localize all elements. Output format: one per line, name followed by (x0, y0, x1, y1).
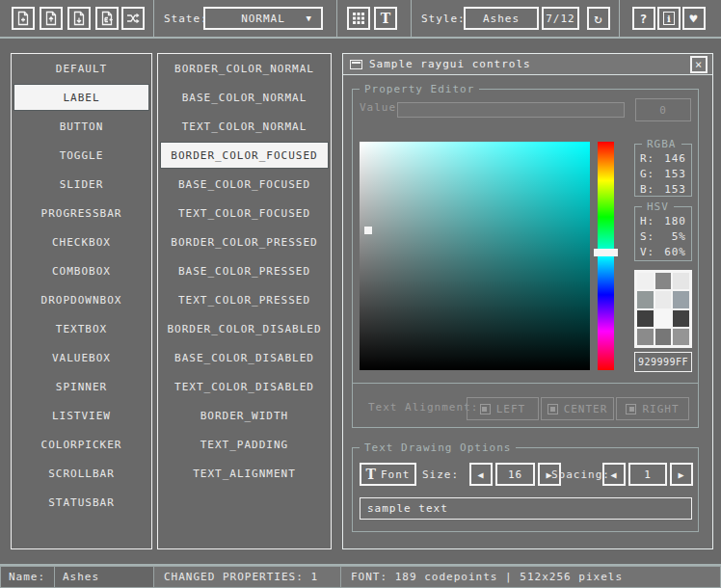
property-list-item[interactable]: BASE_COLOR_NORMAL (160, 84, 329, 111)
hue-bar-handle[interactable] (594, 249, 618, 256)
sample-text-textbox[interactable]: sample text (360, 497, 692, 520)
style-name-button[interactable]: Ashes (464, 7, 539, 30)
property-list-item[interactable]: BASE_COLOR_FOCUSED (160, 171, 329, 198)
style-color-swatch[interactable] (637, 310, 654, 327)
control-list-item[interactable]: SLIDER (13, 171, 149, 198)
window-close-button[interactable]: × (690, 56, 708, 73)
window-titlebar[interactable]: Sample raygui controls × (343, 54, 712, 75)
spacing-decrease-button[interactable]: ◀ (602, 463, 626, 486)
control-list-item[interactable]: DEFAULT (13, 55, 149, 82)
property-list-item[interactable]: BORDER_COLOR_PRESSED (160, 228, 329, 255)
control-list-item[interactable]: PROGRESSBAR (13, 200, 149, 227)
property-list-item[interactable]: TEXT_COLOR_PRESSED (160, 286, 329, 313)
hex-value-textbox[interactable]: 929999FF (634, 352, 692, 372)
control-list-item[interactable]: LISTVIEW (13, 402, 149, 429)
control-list-item[interactable]: COMBOBOX (13, 257, 149, 284)
style-color-swatch[interactable] (673, 329, 689, 345)
window-title: Sample raygui controls (369, 58, 531, 70)
control-list-item[interactable]: STATUSBAR (13, 489, 149, 516)
property-list-item[interactable]: TEXT_COLOR_FOCUSED (160, 200, 329, 227)
toolbar-separator (619, 0, 620, 37)
reload-style-button[interactable]: ↻ (587, 7, 610, 30)
font-atlas-button[interactable]: T (374, 7, 397, 30)
align-left-label: LEFT (496, 403, 526, 415)
toolbar-separator (411, 0, 412, 37)
control-list-item[interactable]: BUTTON (13, 113, 149, 140)
g-value: 153 (664, 168, 686, 180)
property-list-item[interactable]: TEXT_ALIGNMENT (160, 460, 329, 487)
value-number: 0 (659, 104, 667, 117)
style-color-swatch[interactable] (655, 273, 672, 289)
property-list-item[interactable]: TEXT_COLOR_DISABLED (160, 373, 329, 400)
control-list-item[interactable]: TEXTBOX (13, 315, 149, 342)
align-center-button[interactable]: CENTER (541, 397, 614, 420)
property-list-item[interactable]: BORDER_WIDTH (160, 402, 329, 429)
hsv-group-title: HSV (642, 200, 674, 213)
hue-bar[interactable] (598, 142, 614, 370)
control-list-item[interactable]: SCROLLBAR (13, 460, 149, 487)
open-style-button[interactable] (40, 7, 63, 30)
export-style-button[interactable] (95, 7, 119, 30)
randomize-style-button[interactable] (121, 7, 145, 30)
sponsor-button[interactable]: ♥ (682, 7, 706, 30)
font-button-label: Font (381, 468, 411, 481)
property-list-item[interactable]: BASE_COLOR_DISABLED (160, 344, 329, 371)
spacing-value-box[interactable]: 1 (628, 463, 667, 486)
h-label: H: (640, 215, 654, 227)
value-number-box[interactable]: 0 (635, 98, 691, 121)
size-decrease-button[interactable]: ◀ (469, 463, 493, 486)
color-picker-cursor[interactable] (364, 227, 372, 234)
question-icon: ? (640, 12, 649, 26)
align-left-button[interactable]: LEFT (467, 397, 539, 420)
property-list-item[interactable]: BORDER_COLOR_FOCUSED (160, 142, 329, 169)
control-list-item[interactable]: VALUEBOX (13, 344, 149, 371)
toolbar-separator (153, 0, 154, 37)
property-list-item[interactable]: BASE_COLOR_PRESSED (160, 257, 329, 284)
align-right-label: RIGHT (642, 403, 679, 415)
property-list-item[interactable]: BORDER_COLOR_NORMAL (160, 55, 329, 82)
text-tool-icon: T (381, 11, 390, 26)
b-label: B: (640, 183, 654, 196)
property-editor-group: Property Editor Value: 0 RGBA R: 146 G: (352, 89, 699, 428)
style-color-swatch[interactable] (655, 291, 672, 307)
state-dropdown[interactable]: NORMAL ▼ (203, 7, 323, 30)
save-style-button[interactable] (67, 7, 91, 30)
help-button[interactable]: ? (632, 7, 655, 30)
style-color-swatch[interactable] (637, 329, 654, 345)
value-slider[interactable] (397, 102, 625, 118)
style-color-swatch[interactable] (673, 310, 689, 327)
file-export-icon (99, 11, 115, 26)
control-list-item[interactable]: CHECKBOX (13, 228, 149, 255)
property-list-item[interactable]: BORDER_COLOR_DISABLED (160, 315, 329, 342)
heart-icon: ♥ (690, 12, 699, 26)
r-value: 146 (664, 152, 686, 165)
spacing-increase-button[interactable]: ▶ (670, 463, 693, 486)
size-value-box[interactable]: 16 (495, 463, 535, 486)
style-table-button[interactable] (347, 7, 370, 30)
new-style-button[interactable] (12, 7, 35, 30)
align-right-button[interactable]: RIGHT (616, 397, 689, 420)
rgba-row: R: 146 (635, 152, 691, 165)
spacing-value: 1 (644, 468, 652, 481)
color-picker-panel[interactable] (360, 142, 590, 370)
style-color-swatch[interactable] (673, 291, 689, 307)
property-list-item[interactable]: TEXT_COLOR_NORMAL (160, 113, 329, 140)
style-color-swatch[interactable] (673, 273, 689, 289)
style-color-swatch[interactable] (655, 329, 672, 345)
control-list-item[interactable]: TOGGLE (13, 142, 149, 169)
style-name-textbox[interactable]: Ashes (54, 566, 154, 588)
load-font-button[interactable]: T Font (360, 463, 416, 486)
hex-value: 929999FF (638, 357, 688, 367)
control-list-item[interactable]: SPINNER (13, 373, 149, 400)
control-list-item[interactable]: LABEL (13, 84, 149, 111)
file-new-icon (15, 11, 31, 26)
control-list-item[interactable]: DROPDOWNBOX (13, 286, 149, 313)
control-list-item[interactable]: COLORPICKER (13, 431, 149, 458)
style-color-swatch[interactable] (655, 310, 672, 327)
property-list-item[interactable]: TEXT_PADDING (160, 431, 329, 458)
style-color-swatch[interactable] (637, 291, 654, 307)
hsv-row: H: 180 (635, 215, 691, 227)
style-counter-value: 7/12 (546, 13, 575, 25)
style-color-swatch[interactable] (637, 273, 654, 289)
about-button[interactable]: i (657, 7, 681, 30)
